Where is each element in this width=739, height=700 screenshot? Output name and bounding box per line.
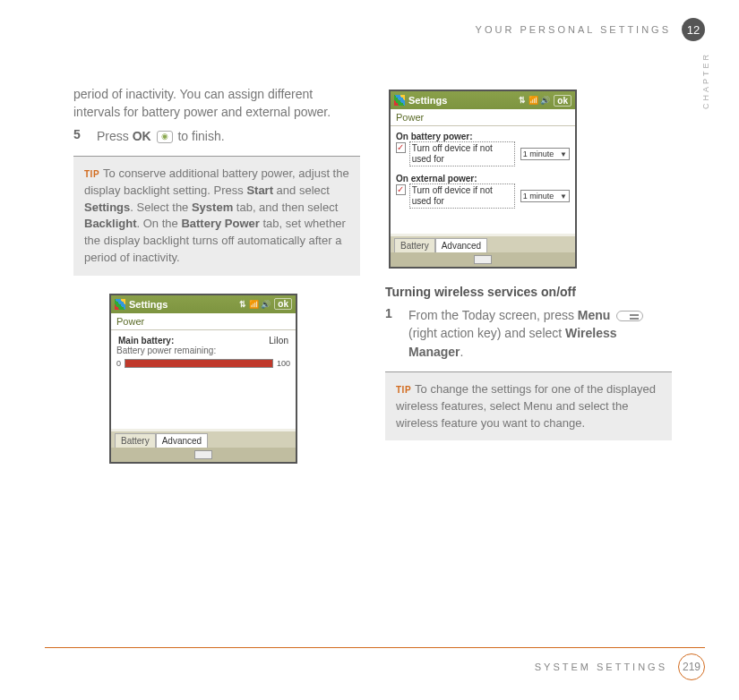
- right-action-key-icon: [616, 311, 643, 321]
- step5-text-b: to finish.: [175, 129, 225, 143]
- sip-bar: [391, 252, 575, 267]
- chevron-down-icon: ▼: [560, 192, 567, 201]
- tip-b4: Backlight: [84, 217, 137, 230]
- titlebar-ok-button[interactable]: ok: [274, 298, 292, 310]
- tab-advanced[interactable]: Advanced: [435, 238, 487, 252]
- subheading-wireless: Turning wireless services on/off: [385, 285, 672, 299]
- titlebar-text: Settings: [129, 299, 168, 310]
- step1-menu-bold: Menu: [578, 308, 611, 322]
- page-footer: SYSTEM SETTINGS 219: [45, 647, 705, 680]
- screenshot-power-battery: Settings ⇅ 📶 🔊 ok Power Main battery: Li…: [109, 294, 297, 464]
- on-battery-check-text: Turn off device if not used for: [409, 141, 515, 166]
- step1-c: .: [460, 345, 464, 359]
- step-body: From the Today screen, press Menu (right…: [408, 306, 672, 361]
- on-battery-select[interactable]: 1 minute▼: [520, 148, 570, 160]
- tab-battery[interactable]: Battery: [115, 433, 156, 448]
- screenshot-power-advanced: Settings ⇅ 📶 🔊 ok Power On battery power…: [389, 90, 577, 269]
- footer-section-title: SYSTEM SETTINGS: [535, 662, 667, 672]
- tab-advanced[interactable]: Advanced: [156, 433, 208, 448]
- tip-box-wireless: TIPTo change the settings for one of the…: [385, 371, 672, 441]
- on-battery-checkbox[interactable]: ✓: [396, 142, 406, 153]
- bar-max: 100: [277, 359, 290, 368]
- tip-label: TIP: [84, 169, 99, 179]
- step5-ok-bold: OK: [133, 129, 151, 143]
- start-flag-icon: [115, 299, 125, 310]
- panel-body: Main battery: LiIon Battery power remain…: [111, 330, 296, 429]
- keyboard-icon[interactable]: [194, 450, 212, 459]
- titlebar: Settings ⇅ 📶 🔊 ok: [111, 295, 296, 313]
- panel-body: On battery power: ✓ Turn off device if n…: [391, 126, 575, 234]
- tab-strip: Battery Advanced: [391, 236, 575, 252]
- step1-a: From the Today screen, press: [408, 308, 578, 322]
- right-column: Settings ⇅ 📶 🔊 ok Power On battery power…: [385, 90, 672, 458]
- tip-d: . Select the: [130, 201, 192, 214]
- intro-paragraph: period of inactivity. You can assign dif…: [73, 85, 360, 122]
- step-body: Press OK ◉ to finish.: [97, 127, 225, 145]
- page-number-badge: 219: [678, 653, 705, 680]
- battery-remaining-label: Battery power remaining:: [116, 346, 290, 355]
- ok-button-icon: ◉: [157, 131, 173, 143]
- chapter-number-badge: 12: [682, 18, 705, 41]
- bar-min: 0: [116, 359, 121, 368]
- on-external-checkbox[interactable]: ✓: [396, 184, 406, 195]
- page: YOUR PERSONAL SETTINGS 12 CHAPTER period…: [0, 0, 739, 700]
- on-external-label: On external power:: [396, 174, 570, 184]
- on-battery-label: On battery power:: [396, 132, 570, 141]
- page-header: YOUR PERSONAL SETTINGS 12: [476, 18, 705, 41]
- tip-b2: Settings: [84, 201, 130, 214]
- panel-title: Power: [111, 313, 296, 330]
- on-external-check-text: Turn off device if not used for: [409, 184, 515, 209]
- titlebar: Settings ⇅ 📶 🔊 ok: [391, 91, 575, 109]
- tip-b1: Start: [246, 184, 273, 197]
- sip-bar: [111, 448, 296, 462]
- battery-bar: [125, 359, 273, 368]
- on-external-select[interactable]: 1 minute▼: [520, 190, 570, 202]
- tip-e: tab, and then select: [233, 201, 338, 214]
- tip-box-backlight: TIPTo conserve additional battery power,…: [73, 156, 360, 276]
- tab-strip: Battery Advanced: [111, 431, 296, 448]
- tip-label: TIP: [396, 385, 411, 395]
- tip-b5: Battery Power: [181, 217, 259, 230]
- keyboard-icon[interactable]: [474, 255, 492, 264]
- chevron-down-icon: ▼: [560, 150, 567, 158]
- step-1: 1 From the Today screen, press Menu (rig…: [385, 306, 672, 361]
- left-column: period of inactivity. You can assign dif…: [73, 85, 360, 464]
- tip-b3: System: [192, 201, 233, 214]
- titlebar-ok-button[interactable]: ok: [554, 95, 571, 107]
- tip-wireless-text: To change the settings for one of the di…: [396, 382, 656, 430]
- start-flag-icon: [394, 95, 405, 106]
- header-section-title: YOUR PERSONAL SETTINGS: [476, 24, 671, 35]
- panel-title: Power: [391, 109, 575, 126]
- chapter-side-label: CHAPTER: [701, 52, 710, 109]
- on-external-value: 1 minute: [523, 192, 554, 201]
- step1-b: (right action key) and select: [408, 326, 565, 340]
- battery-type: LiIon: [269, 336, 288, 346]
- tip-c: and select: [273, 184, 330, 197]
- titlebar-text: Settings: [408, 95, 447, 106]
- step-number: 5: [73, 127, 86, 145]
- step-number: 1: [385, 306, 398, 361]
- step-5: 5 Press OK ◉ to finish.: [73, 127, 360, 145]
- on-battery-value: 1 minute: [523, 149, 554, 158]
- main-battery-label: Main battery:: [118, 336, 174, 346]
- status-icons: ⇅ 📶 🔊: [239, 300, 271, 309]
- status-icons: ⇅ 📶 🔊: [519, 96, 550, 105]
- step5-text-a: Press: [97, 129, 133, 143]
- tab-battery[interactable]: Battery: [394, 238, 435, 252]
- tip-f: . On the: [137, 217, 182, 230]
